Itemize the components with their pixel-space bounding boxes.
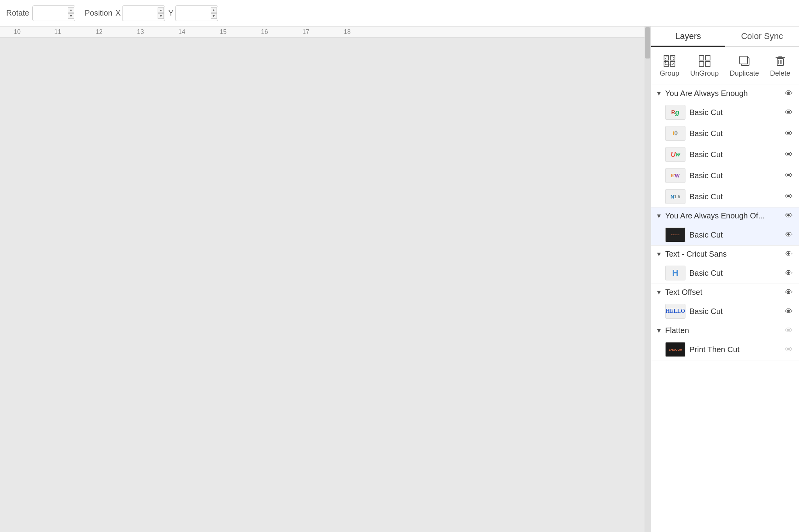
delete-button[interactable]: Delete xyxy=(765,51,795,80)
layer-item-5[interactable]: N 1 5 Basic Cut 👁 xyxy=(651,186,799,207)
y-input-wrapper[interactable]: 1.972 ▲ ▼ xyxy=(175,5,218,21)
x-input[interactable]: 10.863 xyxy=(126,9,157,18)
toolbar: Rotate 0 ▲ ▼ Position X 10.863 ▲ ▼ Y 1.9… xyxy=(0,0,799,27)
layer-item-6[interactable]: ~~~~ Basic Cut 👁 xyxy=(651,224,799,245)
layer-group-1: ▼ You Are Always Enough 👁 R g Basic Cut … xyxy=(651,85,799,207)
layer-thumb-5: N 1 5 xyxy=(665,189,685,204)
layer-group-4-name: Text Offset xyxy=(665,288,780,297)
layer-item-4-name: Basic Cut xyxy=(689,171,779,180)
layer-group-1-eye[interactable]: 👁 xyxy=(783,89,794,98)
tab-color-sync[interactable]: Color Sync xyxy=(725,27,799,47)
svg-rect-7 xyxy=(699,62,704,66)
vertical-scrollbar[interactable] xyxy=(645,27,651,532)
layer-item-8[interactable]: HELLO Basic Cut 👁 xyxy=(651,301,799,322)
layer-group-3-arrow: ▼ xyxy=(656,251,662,258)
rotate-input-wrapper[interactable]: 0 ▲ ▼ xyxy=(32,5,75,21)
ungroup-label: UnGroup xyxy=(690,69,719,78)
ruler-mark-11: 11 xyxy=(54,28,61,35)
layer-group-4: ▼ Text Offset 👁 HELLO Basic Cut 👁 xyxy=(651,284,799,322)
ungroup-button[interactable]: UnGroup xyxy=(685,51,723,80)
layer-group-3: ▼ Text - Cricut Sans 👁 H Basic Cut 👁 xyxy=(651,246,799,284)
group-button[interactable]: Group xyxy=(655,51,684,80)
layer-item-4-eye[interactable]: 👁 xyxy=(783,171,794,180)
y-spinner: ▲ ▼ xyxy=(211,7,217,19)
layer-group-2-arrow: ▼ xyxy=(656,213,662,220)
layer-item-9-name: Print Then Cut xyxy=(689,345,779,354)
layer-item-9[interactable]: ENOUGH Print Then Cut 👁 xyxy=(651,339,799,360)
layer-item-9-eye[interactable]: 👁 xyxy=(783,345,794,354)
layer-item-7-eye[interactable]: 👁 xyxy=(783,269,794,278)
duplicate-label: Duplicate xyxy=(730,69,759,78)
layer-group-4-arrow: ▼ xyxy=(656,289,662,296)
layer-thumb-4: E' W xyxy=(665,168,685,183)
layer-group-5-header[interactable]: ▼ Flatten 👁 xyxy=(651,322,799,339)
layer-item-4[interactable]: E' W Basic Cut 👁 xyxy=(651,165,799,186)
right-panel: Layers Color Sync Group xyxy=(651,27,799,532)
layer-item-3[interactable]: U w Basic Cut 👁 xyxy=(651,144,799,165)
layer-group-5-arrow: ▼ xyxy=(656,327,662,334)
svg-rect-3 xyxy=(670,62,675,66)
ruler-mark-10: 10 xyxy=(14,28,21,35)
group-icon xyxy=(662,54,676,68)
x-spinner: ▲ ▼ xyxy=(158,7,164,19)
layer-group-2: ▼ You Are Always Enough Of... 👁 ~~~~ Bas… xyxy=(651,207,799,246)
x-input-wrapper[interactable]: 10.863 ▲ ▼ xyxy=(122,5,165,21)
canvas-area[interactable]: 10 11 12 13 14 15 16 17 18 ✕ ↻ 🔒 ↗ 6.4 xyxy=(0,27,645,532)
ruler-mark-17: 17 xyxy=(302,28,309,35)
layer-group-2-eye[interactable]: 👁 xyxy=(783,211,794,220)
layer-item-3-name: Basic Cut xyxy=(689,150,779,159)
layer-item-5-eye[interactable]: 👁 xyxy=(783,192,794,201)
layer-group-3-eye[interactable]: 👁 xyxy=(783,250,794,259)
ruler-mark-14: 14 xyxy=(178,28,185,35)
layer-item-2-eye[interactable]: 👁 xyxy=(783,129,794,138)
y-down-btn[interactable]: ▼ xyxy=(211,13,217,19)
ruler-mark-18: 18 xyxy=(344,28,351,35)
layer-item-1[interactable]: R g Basic Cut 👁 xyxy=(651,102,799,123)
layer-thumb-1: R g xyxy=(665,105,685,120)
scrollbar-thumb[interactable] xyxy=(645,27,650,59)
svg-rect-5 xyxy=(699,55,704,60)
layer-item-7-name: Basic Cut xyxy=(689,269,779,278)
layer-item-8-eye[interactable]: 👁 xyxy=(783,307,794,316)
y-up-btn[interactable]: ▲ xyxy=(211,7,217,13)
ruler-mark-15: 15 xyxy=(220,28,227,35)
layer-thumb-7: H xyxy=(665,266,685,280)
layer-group-4-header[interactable]: ▼ Text Offset 👁 xyxy=(651,284,799,301)
layer-group-5-eye[interactable]: 👁 xyxy=(783,326,794,335)
layer-group-1-arrow: ▼ xyxy=(656,90,662,97)
layer-group-4-eye[interactable]: 👁 xyxy=(783,288,794,297)
layer-group-3-header[interactable]: ▼ Text - Cricut Sans 👁 xyxy=(651,246,799,262)
layer-thumb-8: HELLO xyxy=(665,304,685,319)
svg-rect-0 xyxy=(664,55,669,60)
layer-item-1-name: Basic Cut xyxy=(689,108,779,117)
layer-item-2[interactable]: l 0 Basic Cut 👁 xyxy=(651,123,799,144)
x-down-btn[interactable]: ▼ xyxy=(158,13,164,19)
rotate-up-btn[interactable]: ▲ xyxy=(68,7,74,13)
ruler-mark-12: 12 xyxy=(96,28,103,35)
svg-rect-6 xyxy=(705,55,710,60)
layer-group-5-name: Flatten xyxy=(665,326,780,335)
layer-item-3-eye[interactable]: 👁 xyxy=(783,150,794,159)
layer-item-7[interactable]: H Basic Cut 👁 xyxy=(651,262,799,284)
rotate-input[interactable]: 0 xyxy=(36,9,67,18)
layer-group-2-header[interactable]: ▼ You Are Always Enough Of... 👁 xyxy=(651,207,799,224)
x-up-btn[interactable]: ▲ xyxy=(158,7,164,13)
y-input[interactable]: 1.972 xyxy=(179,9,210,18)
panel-toolbar: Group UnGroup xyxy=(651,47,799,85)
rotate-spinner: ▲ ▼ xyxy=(68,7,74,19)
rotate-down-btn[interactable]: ▼ xyxy=(68,13,74,19)
y-input-group: Y 1.972 ▲ ▼ xyxy=(168,5,218,21)
layer-item-6-eye[interactable]: 👁 xyxy=(783,231,794,239)
group-label: Group xyxy=(660,69,679,78)
layers-list[interactable]: ▼ You Are Always Enough 👁 R g Basic Cut … xyxy=(651,85,799,532)
position-group: Position X 10.863 ▲ ▼ Y 1.972 ▲ ▼ xyxy=(85,5,218,21)
duplicate-button[interactable]: Duplicate xyxy=(725,51,764,80)
x-label: X xyxy=(115,9,121,18)
layer-group-1-header[interactable]: ▼ You Are Always Enough 👁 xyxy=(651,85,799,102)
panel-tabs: Layers Color Sync xyxy=(651,27,799,47)
tab-layers[interactable]: Layers xyxy=(651,27,725,47)
layer-group-2-name: You Are Always Enough Of... xyxy=(665,211,780,220)
duplicate-icon xyxy=(737,54,751,68)
rotate-label: Rotate xyxy=(6,9,29,18)
layer-item-1-eye[interactable]: 👁 xyxy=(783,108,794,117)
